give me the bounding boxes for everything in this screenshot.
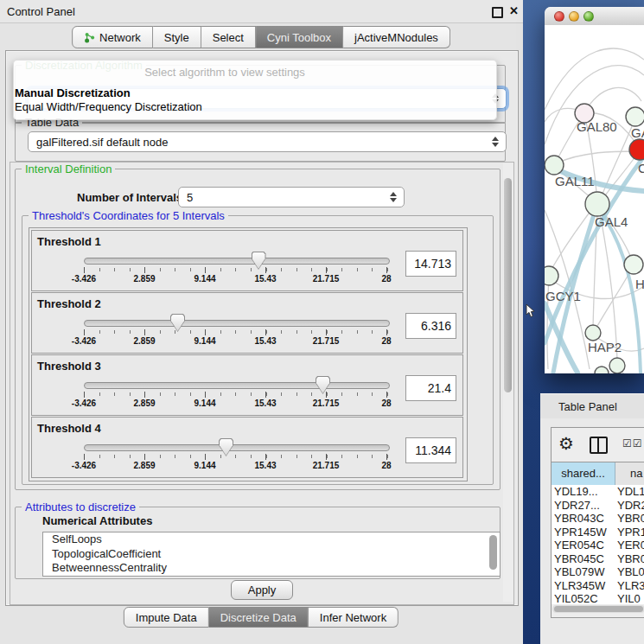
- slider-thumb[interactable]: [316, 376, 330, 394]
- network-edge[interactable]: [599, 208, 617, 360]
- numerical-attributes-list[interactable]: SelfLoopsTopologicalCoefficientBetweenne…: [42, 532, 501, 577]
- slider-tick-label: 21.715: [306, 399, 346, 408]
- tab-network[interactable]: Network: [72, 26, 153, 48]
- table-row[interactable]: YBR045CYBR0: [552, 552, 644, 566]
- network-node[interactable]: [609, 358, 625, 373]
- close-traffic-light-icon[interactable]: [554, 11, 564, 22]
- threshold-value-field[interactable]: 14.713: [405, 251, 456, 277]
- table-row[interactable]: YBR043CYBR0: [552, 512, 644, 526]
- slider-major-tick: [205, 267, 206, 273]
- scrollbar-thumb[interactable]: [554, 606, 643, 612]
- network-edge[interactable]: [545, 48, 644, 110]
- network-canvas[interactable]: GAL80GACGAL11GAL4GCY1HHAP2: [545, 25, 644, 373]
- threshold-list: Threshold 1-3.4262.8599.14415.4321.71528…: [29, 227, 468, 481]
- slider-thumb[interactable]: [219, 438, 233, 456]
- network-node[interactable]: [585, 192, 609, 216]
- network-node[interactable]: [624, 255, 643, 274]
- number-of-intervals-value: 5: [187, 191, 193, 204]
- network-edge[interactable]: [556, 151, 636, 163]
- slider-major-tick: [386, 329, 387, 335]
- cell-shared-name: YBL079W: [554, 565, 605, 579]
- threshold-label: Threshold 2: [37, 297, 101, 310]
- network-edge-highlighted[interactable]: [545, 303, 577, 373]
- network-node[interactable]: [629, 139, 644, 160]
- table-body: YDL19...YDL1YDR27...YDR2YBR043CYBR0YPR14…: [552, 485, 644, 604]
- threshold-value-field[interactable]: 6.316: [405, 313, 456, 339]
- cell-shared-name: YIL052C: [554, 592, 598, 604]
- tab-select[interactable]: Select: [201, 26, 256, 48]
- network-node[interactable]: [545, 156, 564, 175]
- close-icon[interactable]: ✕: [509, 4, 519, 17]
- float-window-icon[interactable]: [492, 7, 503, 18]
- slider-track[interactable]: [84, 258, 390, 265]
- threshold-value-field[interactable]: 11.344: [405, 437, 456, 463]
- slider-track[interactable]: [84, 320, 390, 327]
- attribute-list-item[interactable]: BetweennessCentrality: [43, 561, 500, 576]
- column-layout-icon[interactable]: [590, 437, 608, 454]
- tab-label: Cyni Toolbox: [267, 31, 331, 44]
- cell-name: YDL1: [617, 485, 644, 499]
- zoom-traffic-light-icon[interactable]: [583, 11, 594, 22]
- table-data-combo[interactable]: galFiltered.sif default node: [28, 131, 507, 152]
- tab-discretize-data[interactable]: Discretize Data: [209, 607, 309, 628]
- tab-cyni-toolbox[interactable]: Cyni Toolbox: [256, 26, 343, 48]
- slider-track[interactable]: [84, 382, 390, 389]
- slider-major-tick: [265, 392, 266, 398]
- slider-thumb[interactable]: [170, 314, 185, 332]
- network-graph: GAL80GACGAL11GAL4GCY1HHAP2: [545, 25, 644, 373]
- number-of-intervals-combo[interactable]: 5: [178, 187, 405, 207]
- slider-minor-ticks: [84, 455, 388, 458]
- slider-major-tick: [205, 454, 206, 460]
- dropdown-item-equal-width-frequency[interactable]: Equal Width/Frequency Discretization: [15, 100, 202, 113]
- gear-icon[interactable]: ⚙: [558, 433, 574, 454]
- minimize-traffic-light-icon[interactable]: [569, 11, 579, 22]
- network-view-window[interactable]: GAL80GACGAL11GAL4GCY1HHAP2: [545, 7, 644, 373]
- number-of-intervals-label: Number of Intervals: [77, 191, 182, 204]
- table-panel-titlebar: Table Panel: [540, 393, 644, 419]
- table-row[interactable]: YER054CYER0: [552, 539, 644, 552]
- table-row[interactable]: YPR145WYPR1: [552, 526, 644, 539]
- select-columns-icon[interactable]: ☑☑: [622, 437, 643, 450]
- column-header-shared-name[interactable]: shared...: [552, 462, 615, 485]
- dropdown-item-manual-discretization[interactable]: Manual Discretization: [15, 86, 131, 99]
- slider-tick-label: 2.859: [124, 274, 164, 284]
- horizontal-scrollbar[interactable]: [552, 605, 644, 613]
- slider-track[interactable]: [84, 444, 390, 451]
- slider-tick-label: 28: [367, 461, 406, 470]
- network-node[interactable]: [545, 266, 558, 285]
- tab-style[interactable]: Style: [153, 26, 201, 48]
- table-row[interactable]: YLR345WYLR3: [552, 579, 644, 593]
- cell-shared-name: YER054C: [554, 539, 604, 552]
- network-node[interactable]: [595, 367, 609, 373]
- slider-major-tick: [205, 392, 206, 398]
- apply-button[interactable]: Apply: [231, 580, 293, 600]
- node-table: ⚙ ☑☑ shared... na YDL19...YDL1YDR27...YD…: [551, 427, 644, 618]
- table-row[interactable]: YIL052CYIL0: [552, 592, 644, 604]
- cell-shared-name: YDR27...: [554, 499, 600, 513]
- network-node[interactable]: [585, 325, 601, 341]
- tab-infer-network[interactable]: Infer Network: [309, 607, 399, 628]
- slider-tick-label: 28: [367, 399, 406, 408]
- table-row[interactable]: YBL079WYBL0: [552, 565, 644, 579]
- attribute-list-item[interactable]: SelfLoops: [43, 532, 500, 547]
- vertical-scrollbar[interactable]: [503, 163, 513, 602]
- slider-tick-label: -3.426: [64, 274, 104, 284]
- column-header-name[interactable]: na: [615, 462, 644, 485]
- threshold-value-field[interactable]: 21.4: [405, 375, 456, 401]
- scrollbar-thumb[interactable]: [504, 178, 512, 392]
- cell-name: YBR0: [617, 552, 644, 566]
- list-scrollbar-thumb[interactable]: [489, 535, 497, 570]
- node-label-gal11: GAL11: [555, 174, 595, 188]
- network-node[interactable]: [626, 107, 644, 126]
- table-row[interactable]: YDR27...YDR2: [552, 499, 644, 513]
- table-panel-title: Table Panel: [558, 400, 617, 413]
- attribute-list-item[interactable]: TopologicalCoefficient: [43, 547, 500, 562]
- slider-major-tick: [144, 267, 145, 273]
- slider-thumb[interactable]: [252, 252, 266, 270]
- tab-jactivemnodules[interactable]: jActiveMNodules: [343, 26, 450, 48]
- group-title: Threshold's Coordinates for 5 Intervals: [29, 209, 228, 222]
- table-row[interactable]: YDL19...YDL1: [552, 485, 644, 499]
- slider-major-tick: [265, 454, 266, 460]
- tab-impute-data[interactable]: Impute Data: [124, 607, 209, 628]
- node-label-gal80: GAL80: [577, 119, 617, 134]
